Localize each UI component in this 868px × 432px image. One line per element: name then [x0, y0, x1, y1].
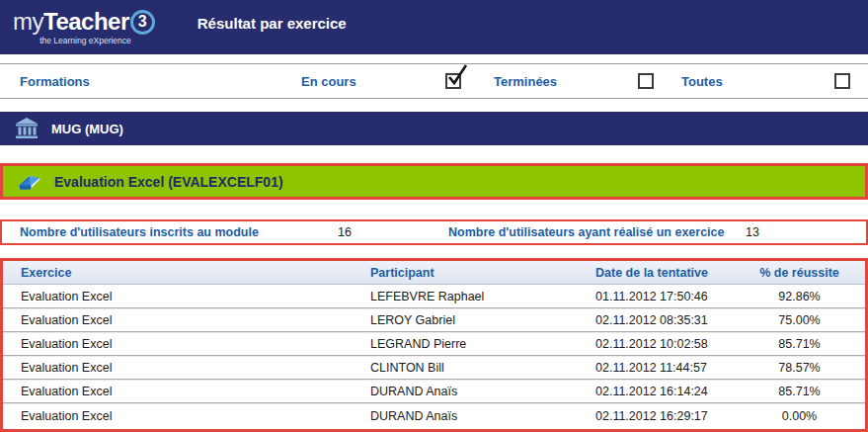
logo-version-badge: 3 — [130, 10, 155, 35]
enrolled-users-value: 16 — [338, 225, 352, 239]
exercise-cell: Evaluation Excel — [3, 409, 353, 423]
date-cell: 02.11.2012 10:02:58 — [578, 337, 734, 351]
date-cell: 02.11.2012 16:29:17 — [578, 409, 734, 423]
results-table: Exercice Participant Date de la tentativ… — [0, 258, 868, 432]
table-row: Evaluation Excel LEFEBVRE Raphael 01.11.… — [3, 285, 865, 308]
course-header-bar[interactable]: Evaluation Excel (EVALEXCELF01) — [0, 163, 868, 200]
table-header-row: Exercice Participant Date de la tentativ… — [3, 261, 865, 285]
date-cell: 02.11.2012 08:35:31 — [578, 313, 734, 327]
filter-toutes-checkbox[interactable] — [834, 73, 850, 89]
table-row: Evaluation Excel DURAND Anaïs 02.11.2012… — [3, 403, 865, 429]
col-date: Date de la tentative — [578, 266, 734, 280]
active-users-value: 13 — [746, 225, 759, 239]
exercise-cell: Evaluation Excel — [3, 385, 353, 398]
score-cell: 78.57% — [734, 361, 865, 375]
table-row: Evaluation Excel LEROY Gabriel 02.11.201… — [3, 308, 865, 332]
exercise-cell: Evaluation Excel — [3, 337, 353, 351]
participant-cell: DURAND Anaïs — [353, 409, 578, 423]
book-icon — [18, 172, 41, 191]
score-cell: 92.86% — [734, 290, 865, 303]
exercise-cell: Evaluation Excel — [3, 361, 353, 375]
logo-tagline: the Learning eXperience — [39, 37, 131, 45]
module-title: MUG (MUG) — [51, 122, 123, 136]
filter-terminees-checkbox[interactable] — [638, 73, 654, 89]
col-exercice: Exercice — [3, 266, 353, 280]
exercise-cell: Evaluation Excel — [3, 313, 353, 327]
filter-en-cours-checkbox[interactable] — [445, 73, 461, 89]
filter-bar: Formations En cours Terminées Toutes — [0, 63, 868, 99]
course-title: Evaluation Excel (EVALEXCELF01) — [54, 174, 283, 190]
enrolled-users-label: Nombre d'utilisateurs inscrits au module — [20, 225, 259, 239]
participant-cell: LEGRAND Pierre — [353, 337, 578, 351]
checkmark-icon — [446, 63, 468, 87]
date-cell: 02.11.2012 11:44:57 — [578, 361, 734, 375]
date-cell: 02.11.2012 16:14:24 — [578, 385, 734, 398]
table-row: Evaluation Excel CLINTON Bill 02.11.2012… — [3, 356, 865, 380]
filter-en-cours-label[interactable]: En cours — [301, 74, 356, 89]
myteacher-logo: my Teacher 3 the Learning eXperience — [13, 10, 155, 45]
app-header: my Teacher 3 the Learning eXperience Rés… — [0, 0, 868, 54]
table-row: Evaluation Excel DURAND Anaïs 02.11.2012… — [3, 380, 865, 403]
participant-cell: LEFEBVRE Raphael — [353, 290, 578, 303]
score-cell: 75.00% — [734, 313, 865, 327]
score-cell: 85.71% — [734, 337, 865, 351]
participant-cell: LEROY Gabriel — [353, 313, 578, 327]
table-row: Evaluation Excel LEGRAND Pierre 02.11.20… — [3, 332, 865, 356]
bank-icon — [15, 118, 39, 139]
active-users-label: Nombre d'utilisateurs ayant réalisé un e… — [448, 225, 724, 239]
exercise-cell: Evaluation Excel — [3, 290, 353, 303]
col-participant: Participant — [353, 266, 578, 280]
col-reussite: % de réussite — [734, 266, 865, 280]
formations-label: Formations — [20, 74, 90, 89]
participant-cell: CLINTON Bill — [353, 361, 578, 375]
page-title: Résultat par exercice — [197, 15, 347, 32]
logo-brand: Teacher — [43, 10, 129, 34]
logo-prefix: my — [13, 10, 43, 34]
score-cell: 0.00% — [734, 409, 865, 423]
module-header-bar[interactable]: MUG (MUG) — [0, 112, 868, 145]
date-cell: 01.11.2012 17:50:46 — [578, 290, 734, 303]
score-cell: 85.71% — [734, 385, 865, 398]
participant-cell: DURAND Anaïs — [353, 385, 578, 398]
stats-strip: Nombre d'utilisateurs inscrits au module… — [0, 219, 868, 245]
filter-terminees-label[interactable]: Terminées — [494, 74, 557, 89]
filter-toutes-label[interactable]: Toutes — [681, 74, 723, 89]
